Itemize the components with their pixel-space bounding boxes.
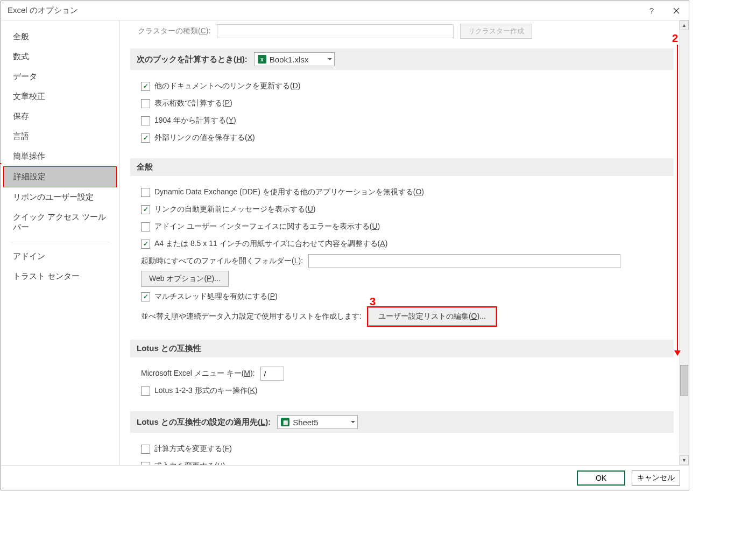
web-options-button[interactable]: Web オプション(P)... (141, 271, 229, 287)
sidebar-item-general[interactable]: 全般 (3, 27, 117, 47)
sheet-icon: ▦ (281, 418, 289, 426)
sidebar-item-data[interactable]: データ (3, 67, 117, 87)
sidebar-item-advanced[interactable]: 詳細設定 (3, 166, 117, 187)
scroll-track[interactable] (680, 30, 689, 455)
section-calc-header: 次のブックを計算するとき(H): x Book1.xlsx (130, 48, 674, 70)
label-link-update-msg: リンクの自動更新前にメッセージを表示する(U) (154, 205, 315, 214)
close-button[interactable] (664, 1, 689, 20)
cluster-type-label: クラスターの種類(<u>C</u>):クラスターの種類(C): (138, 26, 210, 36)
vertical-scrollbar[interactable]: ▲ ▼ (679, 20, 689, 465)
annotation-arrow (677, 45, 678, 355)
dialog-footer: OK キャンセル (1, 465, 689, 490)
content-panel: 2 クラスターの種類(<u>C</u>):クラスターの種類(C): リクラスター… (119, 20, 679, 465)
label-update-links: 他のドキュメントへのリンクを更新する(D) (154, 81, 300, 91)
help-button[interactable]: ? (639, 1, 664, 20)
chevron-down-icon (351, 421, 355, 425)
checkbox-lotus-keys[interactable] (141, 387, 150, 396)
cluster-type-row: クラスターの種類(<u>C</u>):クラスターの種類(C): リクラスター作成 (138, 24, 674, 39)
sidebar-item-language[interactable]: 言語 (3, 127, 117, 146)
sidebar-divider (11, 242, 109, 242)
sheet-dropdown-value: Sheet5 (293, 418, 319, 427)
checkbox-1904-date[interactable] (141, 116, 150, 125)
dialog-body: 1 全般 数式 データ 文章校正 保存 言語 簡単操作 詳細設定 リボンのユーザ… (1, 20, 689, 465)
checkbox-ignore-dde[interactable] (141, 188, 150, 197)
label-addin-ui-errors: アドイン ユーザー インターフェイスに関するエラーを表示する(U) (154, 222, 380, 231)
label-1904-date: 1904 年から計算する(Y) (154, 116, 236, 125)
scroll-thumb[interactable] (680, 365, 688, 396)
ok-button[interactable]: OK (577, 470, 625, 486)
sidebar-item-ribbon[interactable]: リボンのユーザー設定 (3, 187, 117, 207)
scroll-down-button[interactable]: ▼ (680, 455, 689, 465)
excel-file-icon: x (258, 55, 266, 64)
sidebar: 1 全般 数式 データ 文章校正 保存 言語 簡単操作 詳細設定 リボンのユーザ… (1, 20, 119, 465)
workbook-dropdown[interactable]: x Book1.xlsx (254, 52, 335, 66)
section-lotus-apply-title: Lotus との互換性の設定の適用先(L): (137, 417, 271, 427)
cluster-type-input[interactable] (217, 24, 454, 38)
checkbox-link-update-msg[interactable] (141, 205, 150, 214)
label-excel-menu-key: Microsoft Excel メニュー キー(M): (141, 369, 255, 378)
edit-custom-lists-button[interactable]: ユーザー設定リストの編集(O)... (368, 307, 496, 326)
close-icon (673, 8, 680, 14)
window-title: Excel のオプション (8, 5, 639, 16)
section-general-header: 全般 (130, 158, 674, 176)
checkbox-save-ext-links[interactable] (141, 134, 150, 143)
checkbox-precision-as-displayed[interactable] (141, 99, 150, 108)
section-lotus-compat-header: Lotus との互換性 (130, 340, 674, 357)
excel-menu-key-input[interactable] (260, 367, 284, 381)
highlight-edit-lists: ユーザー設定リストの編集(O)... (367, 306, 497, 327)
checkbox-multithread[interactable] (141, 292, 150, 301)
section-lotus-apply-header: Lotus との互換性の設定の適用先(L): ▦ Sheet5 (130, 411, 674, 433)
sidebar-item-qat[interactable]: クイック アクセス ツール バー (3, 207, 117, 237)
checkbox-a4-letter[interactable] (141, 240, 150, 249)
sidebar-item-ease[interactable]: 簡単操作 (3, 146, 117, 166)
sheet-dropdown[interactable]: ▦ Sheet5 (277, 415, 358, 429)
annotation-1: 1 (0, 154, 2, 167)
label-save-ext-links: 外部リンクの値を保存する(X) (154, 133, 255, 143)
label-ignore-dde: Dynamic Data Exchange (DDE) を使用する他のアプリケー… (154, 187, 424, 197)
label-lotus-keys: Lotus 1-2-3 形式のキー操作(K) (154, 386, 257, 396)
checkbox-transition-formula-eval[interactable] (141, 445, 150, 454)
sidebar-item-save[interactable]: 保存 (3, 107, 117, 127)
recluster-button[interactable]: リクラスター作成 (460, 24, 532, 39)
label-custom-lists: 並べ替え順や連続データ入力設定で使用するリストを作成します: (141, 312, 362, 321)
sidebar-item-addins[interactable]: アドイン (3, 247, 117, 266)
annotation-3: 3 (370, 296, 376, 308)
label-transition-formula-entry: 式入力を変更する(U) (154, 461, 225, 465)
scroll-up-button[interactable]: ▲ (680, 20, 689, 30)
label-transition-formula-eval: 計算方式を変更する(F) (154, 444, 232, 454)
label-a4-letter: A4 または 8.5 x 11 インチの用紙サイズに合わせて内容を調整する(A) (154, 239, 387, 249)
startup-folder-input[interactable] (308, 254, 620, 268)
label-startup-folder: 起動時にすべてのファイルを開くフォルダー(L): (141, 256, 303, 266)
titlebar: Excel のオプション ? (1, 1, 689, 20)
section-calc-title: 次のブックを計算するとき(H): (137, 54, 248, 65)
cancel-button[interactable]: キャンセル (632, 470, 680, 486)
annotation-2: 2 (672, 32, 678, 45)
sidebar-item-formulas[interactable]: 数式 (3, 47, 117, 67)
workbook-dropdown-value: Book1.xlsx (270, 55, 309, 64)
sidebar-item-trust[interactable]: トラスト センター (3, 266, 117, 286)
label-multithread: マルチスレッド処理を有効にする(P) (154, 292, 278, 301)
chevron-down-icon (328, 58, 332, 62)
sidebar-item-proofing[interactable]: 文章校正 (3, 87, 117, 107)
excel-options-dialog: Excel のオプション ? 1 全般 数式 データ 文章校正 保存 言語 簡単… (1, 1, 689, 490)
checkbox-transition-formula-entry[interactable] (141, 462, 150, 466)
checkbox-addin-ui-errors[interactable] (141, 222, 150, 231)
label-precision-as-displayed: 表示桁数で計算する(P) (154, 99, 232, 108)
checkbox-update-links[interactable] (141, 82, 150, 91)
